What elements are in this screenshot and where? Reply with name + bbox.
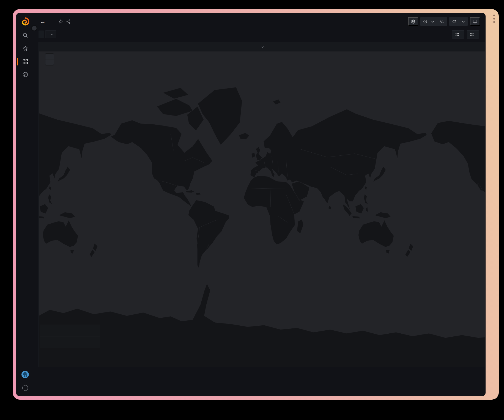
star-icon [22,45,28,51]
topbar-actions [408,17,480,26]
frame-handle-dot [493,18,495,20]
dashboards-grid-icon [22,59,28,65]
apps-grid-icon [470,33,474,36]
variable-app-label[interactable] [39,31,44,38]
avatar-figure-icon [21,371,29,378]
legend-section-edge [40,325,100,336]
refresh-icon [452,20,456,24]
sidebar [16,13,34,396]
main-area: ← [34,13,486,396]
world-map-land [39,51,485,367]
share-dashboard-button[interactable] [66,19,71,24]
grafana-window: ← [16,13,486,396]
panel-header[interactable] [39,42,485,51]
chevron-down-icon [431,21,434,23]
refresh-group [449,17,468,26]
time-zoom-out-button[interactable] [437,17,447,26]
sidebar-item-search[interactable] [16,31,34,40]
grafana-logo[interactable] [16,17,34,26]
window-frame: ← [13,9,499,400]
geomap-panel [39,42,485,367]
chevron-down-icon [261,46,264,48]
gear-icon [411,19,415,24]
map-zoom-control [45,54,54,65]
chevron-down-icon [50,34,53,35]
monitor-icon [473,19,477,24]
top-navbar: ← [34,13,486,30]
legend-gradient-bar [43,342,97,344]
sidebar-item-profile[interactable] [16,370,34,379]
star-icon [58,19,63,24]
frame-handle-dot [493,15,495,16]
dashboard-settings-button[interactable] [408,17,418,26]
frame-handle-dot [493,21,495,23]
share-icon [66,19,71,24]
time-picker-group [420,17,447,26]
apps-grid-icon [455,33,459,36]
time-range-picker[interactable] [420,17,437,26]
sidebar-item-explore[interactable] [16,70,34,79]
sidebar-item-help[interactable] [16,383,34,392]
help-icon [22,385,28,391]
favorite-dashboard-button[interactable] [58,19,63,24]
back-arrow-button[interactable]: ← [38,18,47,24]
fly-edge-link-button[interactable] [452,30,464,39]
map-legend [40,325,100,348]
compass-icon [22,72,28,78]
legend-section-instance [40,336,100,348]
sidebar-item-starred[interactable] [16,44,34,53]
refresh-interval-dropdown[interactable] [459,17,468,26]
dashboard-links [452,30,479,39]
map-zoom-out-button[interactable] [45,59,54,65]
variable-app-value-dropdown[interactable] [45,31,56,38]
clock-icon [423,20,427,24]
sidebar-expand-button[interactable] [31,25,37,31]
user-avatar [21,371,29,378]
zoom-out-icon [440,19,444,24]
legend-gradient-bar [43,330,97,333]
world-map[interactable] [39,51,485,367]
chevron-down-icon [462,21,465,23]
submenu-bar [34,29,486,40]
grafana-flame-icon [21,17,29,26]
map-zoom-in-button[interactable] [45,54,54,59]
fly-instance-link-button[interactable] [467,30,479,39]
refresh-button[interactable] [449,17,459,26]
tv-mode-button[interactable] [470,17,480,26]
sidebar-item-dashboards[interactable] [16,57,34,66]
search-icon [22,32,28,38]
